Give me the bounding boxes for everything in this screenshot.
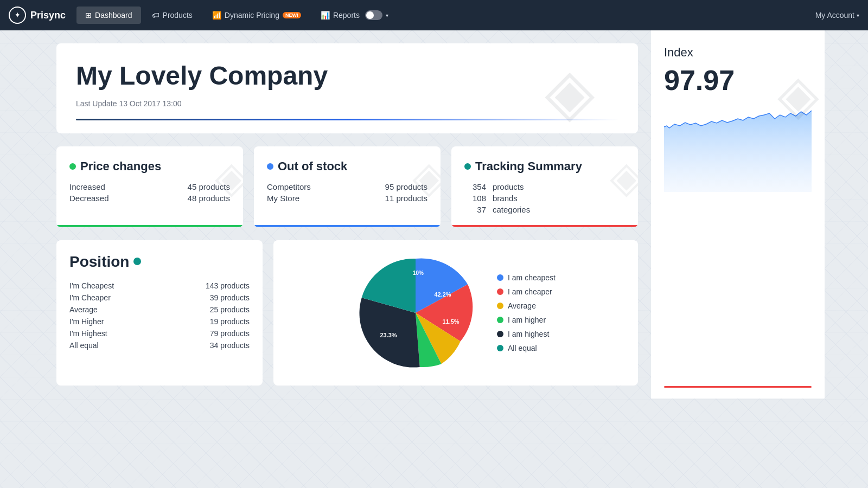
account-label: My Account xyxy=(815,11,854,20)
nav-dashboard-label: Dashboard xyxy=(95,11,132,20)
price-changes-title: Price changes xyxy=(69,159,230,174)
company-section: ◈ My Lovely Company Last Update 13 Oct 2… xyxy=(56,43,638,133)
tracking-categories: 37 categories xyxy=(464,205,625,214)
legend-higher: I am higher xyxy=(497,316,556,324)
price-changes-card: ◈ Price changes Increased 45 products De… xyxy=(56,146,243,227)
pie-legend: I am cheapest I am cheaper Average I am … xyxy=(497,273,556,352)
reports-icon: 📊 xyxy=(321,11,330,20)
chart-area: 42.2% 11.5% 23.3% 10% I am cheapest I am… xyxy=(273,240,638,386)
index-chart xyxy=(664,105,812,380)
nav-dynamic-pricing-label: Dynamic Pricing xyxy=(225,11,279,20)
position-average: Average 25 products xyxy=(69,305,250,314)
reports-dropdown-icon: ▾ xyxy=(386,12,388,18)
index-divider xyxy=(664,386,812,388)
dynamic-pricing-icon: 📶 xyxy=(212,11,221,20)
out-of-stock-dot xyxy=(267,163,273,170)
position-card: Position I'm Cheapest 143 products I'm C… xyxy=(56,240,263,386)
out-of-stock-rows: Competitors 95 products My Store 11 prod… xyxy=(267,182,427,203)
price-changes-rows: Increased 45 products Decreased 48 produ… xyxy=(69,182,230,203)
position-title: Position xyxy=(69,253,250,271)
price-changes-increased: Increased 45 products xyxy=(69,182,230,191)
nav-item-reports[interactable]: 📊 Reports ▾ xyxy=(312,6,397,24)
nav-item-products[interactable]: 🏷 Products xyxy=(143,7,201,24)
nav-item-dashboard[interactable]: ⊞ Dashboard xyxy=(76,7,141,24)
out-of-stock-mystore: My Store 11 products xyxy=(267,194,427,203)
legend-cheapest: I am cheapest xyxy=(497,273,556,282)
legend-dot-higher xyxy=(497,317,503,323)
tracking-summary-title: Tracking Summary xyxy=(464,159,625,174)
toggle-thumb xyxy=(366,11,374,19)
tracking-products: 354 products xyxy=(464,182,625,191)
out-of-stock-competitors: Competitors 95 products xyxy=(267,182,427,191)
legend-dot-cheapest xyxy=(497,274,503,281)
brand-icon: ✦ xyxy=(9,7,26,24)
navbar: ✦ Prisync ⊞ Dashboard 🏷 Products 📶 Dynam… xyxy=(0,0,868,30)
position-dot xyxy=(133,258,141,265)
pie-chart: 42.2% 11.5% 23.3% 10% xyxy=(356,253,475,373)
index-title: Index xyxy=(664,46,812,60)
dashboard-icon: ⊞ xyxy=(85,11,92,20)
out-of-stock-title: Out of stock xyxy=(267,159,427,174)
position-equal: All equal 34 products xyxy=(69,341,250,350)
company-name: My Lovely Company xyxy=(76,61,618,91)
account-dropdown-icon: ▾ xyxy=(857,12,859,18)
pie-svg: 42.2% 11.5% 23.3% 10% xyxy=(356,253,475,373)
last-update: Last Update 13 Oct 2017 13:00 xyxy=(76,99,618,108)
pie-label-42: 42.2% xyxy=(434,291,451,298)
legend-dot-cheaper xyxy=(497,288,503,295)
legend-cheaper: I am cheaper xyxy=(497,287,556,296)
brand-logo[interactable]: ✦ Prisync xyxy=(9,7,66,24)
out-of-stock-card: ◈ Out of stock Competitors 95 products M… xyxy=(254,146,441,227)
position-higher: I'm Higher 19 products xyxy=(69,317,250,326)
nav-reports-label: Reports xyxy=(333,11,360,20)
index-chart-svg xyxy=(664,105,812,192)
legend-dot-highest xyxy=(497,331,503,337)
new-badge: New! xyxy=(283,12,301,18)
pie-label-10: 10% xyxy=(413,270,424,276)
tracking-summary-card: ◈ Tracking Summary 354 products 108 bran… xyxy=(451,146,638,227)
nav-item-dynamic-pricing[interactable]: 📶 Dynamic Pricing New! xyxy=(203,7,310,24)
brand-name: Prisync xyxy=(30,10,66,21)
legend-dot-average xyxy=(497,303,503,309)
nav-items: ⊞ Dashboard 🏷 Products 📶 Dynamic Pricing… xyxy=(76,6,815,24)
company-bg-decoration: ◈ xyxy=(545,54,595,130)
pie-label-23: 23.3% xyxy=(380,332,397,338)
legend-highest: I am highest xyxy=(497,330,556,338)
bottom-row: Position I'm Cheapest 143 products I'm C… xyxy=(56,240,638,386)
position-cheaper: I'm Cheaper 39 products xyxy=(69,293,250,302)
nav-products-label: Products xyxy=(163,11,193,20)
legend-dot-equal xyxy=(497,345,503,351)
reports-toggle[interactable] xyxy=(365,10,382,20)
pie-label-11: 11.5% xyxy=(442,318,459,325)
position-rows: I'm Cheapest 143 products I'm Cheaper 39… xyxy=(69,281,250,350)
index-value: 97.97 xyxy=(664,64,812,97)
price-changes-decreased: Decreased 48 products xyxy=(69,194,230,203)
tracking-summary-rows: 354 products 108 brands 37 categories xyxy=(464,182,625,214)
header-divider xyxy=(76,119,618,120)
main-content: ◈ My Lovely Company Last Update 13 Oct 2… xyxy=(43,30,651,399)
legend-equal: All equal xyxy=(497,344,556,352)
products-icon: 🏷 xyxy=(152,11,159,20)
tracking-dot xyxy=(464,163,471,170)
legend-average: Average xyxy=(497,301,556,310)
summary-cards: ◈ Price changes Increased 45 products De… xyxy=(56,146,638,227)
index-panel: ◈ Index 97.97 xyxy=(651,30,825,399)
position-cheapest: I'm Cheapest 143 products xyxy=(69,281,250,290)
price-changes-dot xyxy=(69,163,76,170)
my-account-button[interactable]: My Account ▾ xyxy=(815,11,859,20)
tracking-brands: 108 brands xyxy=(464,194,625,203)
position-highest: I'm Highest 79 products xyxy=(69,329,250,338)
